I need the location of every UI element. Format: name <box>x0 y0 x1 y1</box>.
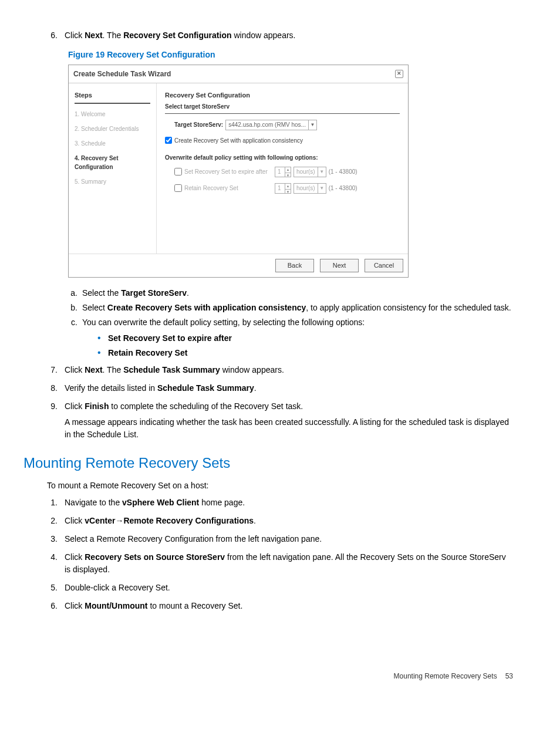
sub-step-b: b. Select Create Recovery Sets with appl… <box>68 302 513 314</box>
expire-unit-select[interactable]: hour(s)▼ <box>294 167 326 177</box>
select-target-header: Select target StoreServ <box>165 102 400 114</box>
mount-step-2: 2. Click vCenter→Remote Recovery Configu… <box>47 515 513 527</box>
page-number: 53 <box>505 671 513 681</box>
mount-step-3: 3. Select a Remote Recovery Configuratio… <box>47 533 513 545</box>
retain-range: (1 - 43800) <box>329 184 357 193</box>
expire-range: (1 - 43800) <box>329 167 357 176</box>
figure-caption: Figure 19 Recovery Set Configuration <box>68 49 513 61</box>
bullet-icon: • <box>97 347 108 359</box>
chevron-down-icon: ▼ <box>318 184 326 193</box>
page-footer: Mounting Remote Recovery Sets 53 <box>47 671 513 681</box>
retain-checkbox[interactable] <box>174 184 182 192</box>
step-text: Click Next. The Recovery Set Configurati… <box>65 29 513 42</box>
mount-step-4: 4. Click Recovery Sets on Source StoreSe… <box>47 551 513 576</box>
wizard-main-title: Recovery Set Configuration <box>165 90 400 100</box>
wizard-window: Create Schedule Task Wizard ✕ Steps 1. W… <box>68 65 409 278</box>
back-button[interactable]: Back <box>275 259 314 272</box>
wizard-steps-panel: Steps 1. Welcome 2. Scheduler Credential… <box>69 83 157 254</box>
wizard-footer: Back Next Cancel <box>69 254 408 277</box>
overwrite-header: Overwrite default policy setting with fo… <box>165 153 400 162</box>
bullet-icon: • <box>97 332 108 344</box>
wizard-main-panel: Recovery Set Configuration Select target… <box>157 83 408 254</box>
sub-step-c: c. You can overwrite the default policy … <box>68 316 513 362</box>
consistency-checkbox-row: Create Recovery Set with application con… <box>165 136 400 145</box>
retain-spinner[interactable]: 1▲▼ <box>275 183 291 194</box>
mount-step-1: 1. Navigate to the vSphere Web Client ho… <box>47 497 513 509</box>
close-icon[interactable]: ✕ <box>395 70 403 78</box>
retain-unit-select[interactable]: hour(s)▼ <box>294 183 326 194</box>
target-storeserv-label: Target StoreServ: <box>174 120 223 129</box>
wizard-titlebar: Create Schedule Task Wizard ✕ <box>69 65 408 83</box>
cancel-button[interactable]: Cancel <box>365 259 403 272</box>
wizard-step-5: 5. Summary <box>75 177 150 186</box>
retain-label: Retain Recovery Set <box>184 184 272 193</box>
step-9: 9. Click Finish to complete the scheduli… <box>47 400 513 441</box>
step-6: 6. Click Next. The Recovery Set Configur… <box>47 29 513 42</box>
expire-spinner[interactable]: 1▲▼ <box>275 167 291 177</box>
wizard-screenshot: Create Schedule Task Wizard ✕ Steps 1. W… <box>68 65 513 278</box>
expire-label: Set Recovery Set to expire after <box>184 167 272 176</box>
expire-checkbox[interactable] <box>174 168 182 175</box>
step-8: 8. Verify the details listed in Schedule… <box>47 382 513 394</box>
footer-section: Mounting Remote Recovery Sets <box>394 671 497 681</box>
wizard-step-2: 2. Scheduler Credentials <box>75 124 150 133</box>
mount-step-5: 5. Double-click a Recovery Set. <box>47 582 513 594</box>
step-9-extra: A message appears indicating whether the… <box>65 416 513 441</box>
step-number: 6. <box>47 29 65 42</box>
consistency-checkbox[interactable] <box>165 137 172 144</box>
sub-step-a: a. Select the Target StoreServ. <box>68 287 513 299</box>
mount-intro: To mount a Remote Recovery Set on a host… <box>47 480 513 492</box>
bullet-list: •Set Recovery Set to expire after •Retai… <box>97 332 365 359</box>
chevron-down-icon: ▼ <box>308 120 316 130</box>
wizard-step-4: 4. Recovery Set Configuration <box>75 154 150 171</box>
mount-step-6: 6. Click Mount/Unmount to mount a Recove… <box>47 600 513 612</box>
wizard-step-3: 3. Schedule <box>75 139 150 148</box>
step-7: 7. Click Next. The Schedule Task Summary… <box>47 364 513 376</box>
next-button[interactable]: Next <box>320 259 359 272</box>
sub-steps-list: a. Select the Target StoreServ. b. Selec… <box>68 287 513 362</box>
wizard-title-text: Create Schedule Task Wizard <box>73 69 171 79</box>
target-storeserv-select[interactable]: s442.usa.hp.com (RMV hos... ▼ <box>225 120 317 130</box>
section-heading: Mounting Remote Recovery Sets <box>23 453 513 474</box>
wizard-step-1: 1. Welcome <box>75 110 150 119</box>
chevron-down-icon: ▼ <box>318 167 326 177</box>
steps-header: Steps <box>75 90 150 100</box>
